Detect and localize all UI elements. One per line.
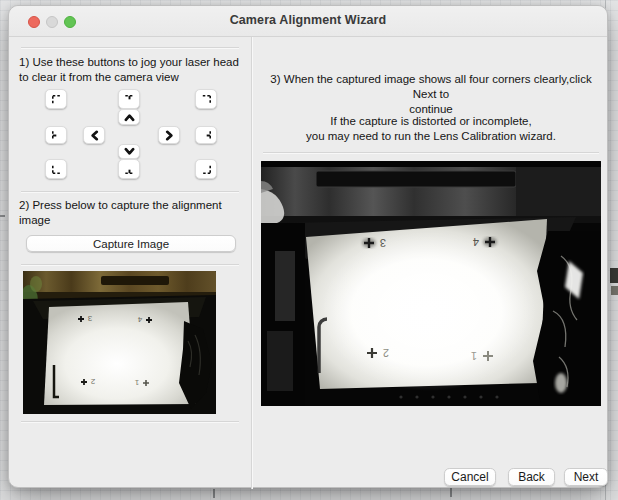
next-button[interactable]: Next <box>564 468 608 486</box>
jog-up-button[interactable] <box>118 109 140 125</box>
titlebar[interactable]: Camera Alignment Wizard <box>9 6 607 37</box>
jog-corner-top-left-button[interactable] <box>45 89 67 109</box>
window-title: Camera Alignment Wizard <box>9 13 607 27</box>
jog-edge-right-icon <box>200 129 213 142</box>
calibration-note: If the capture is distorted or incomplet… <box>263 114 599 144</box>
jog-corner-bottom-right-button[interactable] <box>195 159 217 179</box>
background-ruler-tick <box>0 215 5 217</box>
captured-image-large: 3 4 2 1 <box>261 161 601 406</box>
jog-arrow-down-icon <box>123 146 136 157</box>
captured-image-preview: 3 4 2 1 <box>23 271 216 414</box>
jog-edge-left-icon <box>50 129 63 142</box>
wizard-window: Camera Alignment Wizard 1) Use these but… <box>8 5 608 488</box>
capture-image-button[interactable]: Capture Image <box>26 235 236 252</box>
jog-edge-right-button[interactable] <box>195 126 217 144</box>
jog-edge-top-icon <box>123 93 136 106</box>
separator <box>21 191 239 192</box>
captured-photo-grayscale: 3 4 2 1 <box>261 161 601 406</box>
background-thumbnail-fragment <box>611 286 618 295</box>
jog-left-button[interactable] <box>83 126 105 144</box>
marker-digit: 4 <box>137 315 142 324</box>
separator <box>21 421 239 422</box>
jog-edge-left-button[interactable] <box>45 126 67 144</box>
background-grid-mark <box>213 489 215 498</box>
jog-corner-top-left-icon <box>50 93 63 106</box>
jog-corner-bottom-right-icon <box>200 163 213 176</box>
jog-corner-bottom-left-icon <box>50 163 63 176</box>
cancel-button[interactable]: Cancel <box>444 468 496 486</box>
marker-digit: 2 <box>90 377 95 386</box>
marker-digit: 3 <box>87 314 92 323</box>
step3-instructions: 3) When the captured image shows all fou… <box>263 72 599 117</box>
jog-down-button[interactable] <box>118 144 140 159</box>
separator <box>263 152 599 153</box>
jog-right-button[interactable] <box>158 126 180 144</box>
step1-instructions: 1) Use these buttons to jog your laser h… <box>19 55 245 85</box>
jog-edge-top-button[interactable] <box>118 89 140 109</box>
jog-corner-bottom-left-button[interactable] <box>45 159 67 179</box>
back-button[interactable]: Back <box>508 468 555 486</box>
marker-digit: 2 <box>383 347 389 359</box>
separator <box>21 264 239 265</box>
marker-digit: 1 <box>471 350 477 362</box>
separator <box>21 47 239 48</box>
marker-digit: 1 <box>134 378 139 387</box>
jog-arrow-left-icon <box>89 129 100 142</box>
jog-edge-bottom-icon <box>123 163 136 176</box>
jog-arrow-right-icon <box>164 129 175 142</box>
jog-arrow-up-icon <box>123 112 136 123</box>
jog-corner-top-right-icon <box>200 93 213 106</box>
background-thumbnail-fragment <box>610 268 618 283</box>
step2-instructions: 2) Press below to capture the alignment … <box>19 198 245 228</box>
captured-photo-color: 3 4 2 1 <box>23 271 216 414</box>
panel-divider <box>251 37 252 489</box>
background-grid-mark <box>450 488 452 497</box>
jog-edge-bottom-button[interactable] <box>118 159 140 179</box>
workspace-background: Camera Alignment Wizard 1) Use these but… <box>0 0 618 500</box>
marker-digit: 3 <box>380 237 386 249</box>
marker-digit: 4 <box>473 236 479 248</box>
jog-corner-top-right-button[interactable] <box>195 89 217 109</box>
